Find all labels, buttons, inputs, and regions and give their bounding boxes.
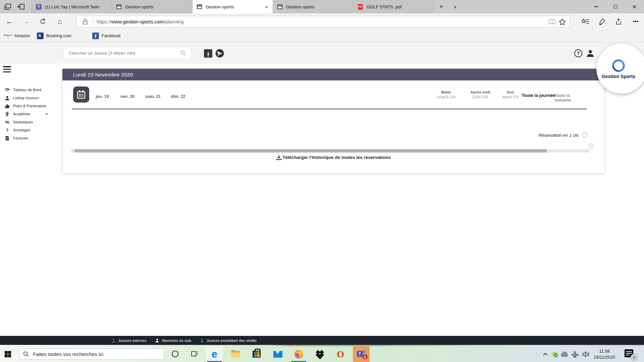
browser-tab-bar: T (1) Loic Tap | Microsoft Tean Gestion-…	[0, 0, 644, 13]
day-tab-ven-20[interactable]: ven. 20	[120, 94, 135, 99]
sidebar-item-academie[interactable]: Académie >	[0, 110, 57, 118]
back-button[interactable]: ←	[2, 13, 17, 29]
one-click-toggle[interactable]	[582, 132, 588, 138]
taskbar-firefox[interactable]	[290, 346, 307, 362]
tray-sync-ok-icon[interactable]	[550, 346, 559, 362]
office-icon: O	[337, 350, 344, 359]
scrollbar-thumb[interactable]	[74, 149, 547, 153]
favorite-star-icon[interactable]	[557, 17, 567, 27]
header-rule	[72, 109, 587, 109]
download-history-link[interactable]: Télécharger l'historique de toutes les r…	[62, 155, 604, 160]
day-tab-dim-22[interactable]: dim. 22	[171, 94, 185, 99]
tab-title: Gestion-sports	[125, 4, 189, 9]
taskbar-file-explorer[interactable]	[227, 346, 244, 362]
refresh-button[interactable]	[36, 13, 50, 29]
player-search-input[interactable]	[64, 47, 191, 59]
menu-hamburger-icon[interactable]	[3, 66, 11, 72]
tab-gestion-sports-2[interactable]: Gestion-sports	[273, 0, 354, 13]
sidebar-item-listing-joueurs[interactable]: Listing Joueurs	[0, 94, 57, 102]
set-tabs-aside-icon[interactable]	[17, 3, 25, 10]
person-red-icon	[111, 338, 116, 343]
tab-gestion-sports-1[interactable]: Gestion-sports	[112, 0, 193, 13]
taskbar-search-input[interactable]	[33, 351, 164, 357]
scrollbar-track[interactable]	[74, 149, 585, 153]
screen: T (1) Loic Tap | Microsoft Tean Gestion-…	[0, 0, 644, 362]
day-tab-jeu-19[interactable]: jeu. 19	[96, 94, 109, 99]
taskbar-store[interactable]	[248, 346, 265, 362]
minimize-button[interactable]	[587, 0, 606, 13]
filter-soir[interactable]: Soir Après 17h	[502, 90, 519, 99]
tray-airplane-icon[interactable]	[570, 346, 580, 362]
tab-teams[interactable]: T (1) Loic Tap | Microsoft Tean	[32, 0, 112, 13]
favorites-hub-icon[interactable]	[578, 13, 593, 29]
task-view-icon[interactable]	[191, 351, 198, 357]
lock-icon	[80, 17, 90, 27]
sidebar-item-tableau-de-bord[interactable]: Tableau de Bord	[0, 86, 57, 94]
tab-preview-icon[interactable]	[4, 3, 11, 10]
bookmark-booking[interactable]: B. Booking.com	[35, 33, 76, 39]
vertical-scrollbar-stub[interactable]	[589, 143, 593, 149]
taskbar-dropbox[interactable]	[312, 346, 328, 362]
new-tab-button[interactable]: +	[434, 0, 448, 13]
start-button[interactable]	[5, 351, 11, 357]
window-controls: ×	[587, 0, 644, 13]
taskbar-mail[interactable]	[269, 346, 286, 362]
bookmark-amazon[interactable]: amazon Amazon	[3, 33, 35, 39]
reading-view-icon[interactable]	[547, 17, 557, 27]
notification-count-badge: 2	[631, 354, 638, 361]
taskbar-office[interactable]: O	[332, 346, 349, 362]
taskbar-teams[interactable]: T 1	[353, 346, 370, 362]
sidebar-item-pubs-partenaires[interactable]: Pubs & Partenaires	[0, 102, 57, 110]
legend-joueurs-credits: Joueurs possédant des crédits	[200, 338, 257, 343]
tab-title: Gestion-sports	[286, 4, 350, 9]
filter-toute-la-semaine[interactable]: Toute la semaine	[554, 93, 588, 103]
scroll-right-icon[interactable]: ›	[585, 149, 589, 153]
store-icon	[253, 351, 261, 358]
booking-icon: B.	[37, 33, 44, 39]
person-purple-icon	[200, 338, 204, 343]
address-bar[interactable]: https://www.gestion-sports.com/planning	[76, 16, 570, 27]
tray-onedrive-icon[interactable]	[559, 346, 570, 362]
logo-text: Gestion Sports	[602, 74, 635, 79]
taskbar-search[interactable]	[19, 349, 164, 360]
bookmark-facebook[interactable]: f Facebook	[90, 33, 125, 39]
tab-list-chevron-icon[interactable]: ∨	[448, 0, 462, 13]
taskbar-edge[interactable]: e	[206, 346, 223, 362]
planning-date-header: Lundi 23 Novembre 2020	[62, 69, 604, 80]
horizontal-scrollbar[interactable]: ‹ ›	[70, 149, 589, 153]
browser-toolbar: ← → ⌂ https://www.gestion-sports.com/pla…	[0, 13, 644, 29]
globe-icon[interactable]	[215, 49, 224, 58]
close-window-button[interactable]: ×	[625, 0, 644, 13]
annotate-pen-icon[interactable]	[594, 13, 610, 29]
scroll-left-icon[interactable]: ‹	[70, 149, 74, 153]
url-text: https://www.gestion-sports.com/planning	[97, 19, 547, 24]
sidebar-item-sondages[interactable]: ? Sondages	[0, 126, 57, 134]
academy-icon	[5, 112, 10, 117]
maximize-button[interactable]	[606, 0, 625, 13]
filter-matin[interactable]: Matin Jusqu'à 12h	[437, 90, 455, 99]
help-icon[interactable]: ?	[574, 49, 582, 57]
cortana-icon[interactable]	[172, 351, 178, 357]
page-icon	[197, 4, 202, 10]
filter-toute-la-journee[interactable]: Toute la journée	[522, 93, 555, 98]
sidebar-item-facturier[interactable]: Facturier	[0, 134, 57, 142]
clock-time: 11:38	[599, 348, 610, 354]
filter-apres-midi[interactable]: Après midi (12h-17H)	[470, 90, 490, 99]
home-button[interactable]: ⌂	[52, 13, 67, 29]
tab-golf-stats-pdf[interactable]: PDF GOLF STATS .pdf	[354, 0, 434, 13]
site-facebook-icon[interactable]: f	[204, 49, 212, 58]
forward-button[interactable]: →	[19, 13, 34, 29]
web-page: f ? Gestion Sports Tableau de Bord	[0, 42, 644, 336]
taskbar-clock[interactable]: 11:38 19/11/2020	[588, 346, 621, 362]
share-icon[interactable]	[611, 13, 627, 29]
teams-icon: T	[36, 4, 42, 10]
day-tab-sam-21[interactable]: sam. 21	[145, 94, 161, 99]
tray-chevron-icon[interactable]	[541, 346, 550, 362]
more-menu-icon[interactable]: •••	[628, 13, 643, 29]
sidebar-item-statistiques[interactable]: % Statistiques	[0, 118, 57, 126]
tab-gestion-sports-active[interactable]: Gestion-sports ×	[193, 0, 273, 13]
account-icon[interactable]	[586, 49, 595, 58]
calendar-button[interactable]	[73, 86, 89, 103]
close-tab-icon[interactable]: ×	[264, 4, 269, 10]
teams-icon: T 1	[357, 350, 366, 358]
